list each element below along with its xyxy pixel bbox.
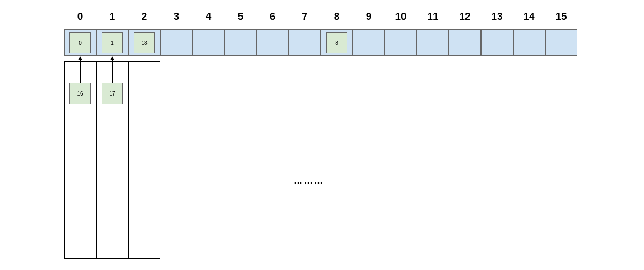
bucket-cell-14: [513, 29, 545, 56]
header-label-13: 13: [481, 11, 513, 22]
header-label-6: 6: [257, 11, 289, 22]
bucket-cell-3: [160, 29, 192, 56]
ellipsis-text: ………: [294, 176, 324, 186]
header-label-14: 14: [513, 11, 545, 22]
bucket-item-1: 1: [102, 32, 123, 53]
bucket-cell-6: [257, 29, 289, 56]
header-label-12: 12: [449, 11, 481, 22]
header-label-8: 8: [321, 11, 353, 22]
bucket-cell-11: [417, 29, 449, 56]
arrow-head-1: [110, 56, 114, 60]
header-label-11: 11: [417, 11, 449, 22]
arrow-line-0: [80, 60, 81, 83]
arrow-head-0: [78, 56, 82, 60]
bucket-item-8: 8: [326, 32, 347, 53]
bucket-cell-13: [481, 29, 513, 56]
header-label-1: 1: [96, 11, 128, 22]
header-label-7: 7: [289, 11, 321, 22]
header-label-15: 15: [545, 11, 577, 22]
overflow-column-2: [128, 61, 160, 259]
overflow-item-1: 17: [102, 83, 123, 104]
bucket-cell-7: [289, 29, 321, 56]
bucket-cell-12: [449, 29, 481, 56]
page-divider-0: [45, 0, 45, 270]
bucket-cell-15: [545, 29, 577, 56]
header-label-10: 10: [385, 11, 417, 22]
bucket-item-2: 18: [134, 32, 155, 53]
header-label-2: 2: [128, 11, 160, 22]
bucket-cell-5: [224, 29, 257, 56]
bucket-cell-4: [192, 29, 224, 56]
header-label-3: 3: [160, 11, 192, 22]
bucket-cell-10: [385, 29, 417, 56]
header-label-5: 5: [224, 11, 257, 22]
arrow-line-1: [112, 60, 113, 83]
overflow-item-0: 16: [69, 83, 91, 104]
diagram-canvas: 0123456789101112131415 01188 1617 ………: [0, 0, 644, 270]
header-label-4: 4: [192, 11, 224, 22]
bucket-cell-9: [353, 29, 385, 56]
header-label-9: 9: [353, 11, 385, 22]
header-label-0: 0: [64, 11, 96, 22]
bucket-item-0: 0: [69, 32, 91, 53]
